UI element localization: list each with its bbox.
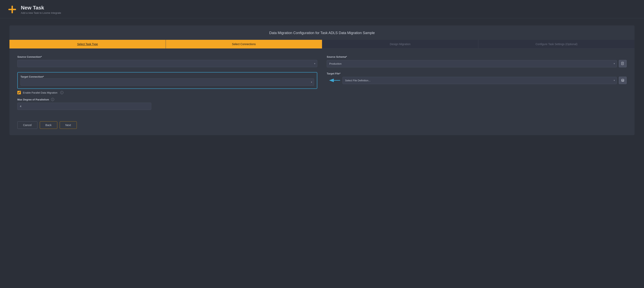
source-schema-select-wrapper: Production ▾ bbox=[327, 60, 617, 67]
enable-parallel-info-icon: i bbox=[60, 91, 64, 94]
step-select-task-type[interactable]: Select Task Type bbox=[10, 40, 166, 48]
enable-parallel-label: Enable Parallel Data Migration bbox=[23, 91, 58, 94]
source-schema-row: Production ▾ bbox=[327, 60, 627, 67]
target-connection-select-wrapper: ▾ bbox=[20, 78, 314, 86]
target-file-db-button[interactable] bbox=[619, 77, 627, 84]
target-file-select-wrapper: Select File Definition... ▾ bbox=[342, 77, 617, 84]
next-button[interactable]: Next bbox=[60, 121, 77, 129]
wizard-title: Data Migration Configuration for Task AD… bbox=[10, 26, 634, 40]
step-configure-settings[interactable]: Configure Task Settings (Optional) bbox=[478, 40, 634, 48]
main-content: Data Migration Configuration for Task AD… bbox=[0, 18, 644, 142]
arrow-container bbox=[327, 77, 340, 84]
cancel-button[interactable]: Cancel bbox=[17, 121, 38, 129]
target-file-label: Target File* bbox=[327, 72, 627, 75]
source-schema-group: Source Schema* Production ▾ bbox=[327, 55, 627, 67]
parallelism-group: Max Degree of Parallelism i 4 bbox=[17, 98, 151, 110]
source-schema-doc-button[interactable] bbox=[619, 60, 627, 67]
wizard-footer: Cancel Back Next bbox=[10, 116, 634, 135]
source-schema-label: Source Schema* bbox=[327, 55, 627, 58]
source-schema-select[interactable]: Production bbox=[327, 60, 617, 67]
target-file-group: Target File* bbox=[327, 72, 627, 89]
svg-point-9 bbox=[622, 79, 624, 80]
source-connection-select[interactable] bbox=[17, 60, 317, 67]
max-degree-label: Max Degree of Parallelism bbox=[17, 98, 49, 101]
step-select-connections[interactable]: Select Connections bbox=[166, 40, 322, 48]
page-subtitle: Add a new Task to Loome Integrate bbox=[21, 12, 61, 14]
source-connection-label: Source Connection* bbox=[17, 55, 317, 58]
target-connection-label: Target Connection* bbox=[20, 75, 44, 78]
enable-parallel-checkbox[interactable] bbox=[17, 91, 21, 94]
form-grid: Source Connection* ▾ Source Schema* bbox=[17, 55, 627, 89]
enable-parallel-row: Enable Parallel Data Migration i bbox=[17, 91, 627, 94]
wizard-body: Source Connection* ▾ Source Schema* bbox=[10, 49, 634, 116]
new-task-icon bbox=[7, 4, 17, 14]
page-header: New Task Add a new Task to Loome Integra… bbox=[0, 0, 644, 18]
document-icon bbox=[621, 62, 624, 66]
page-title: New Task bbox=[21, 5, 61, 11]
target-file-row: Select File Definition... ▾ bbox=[327, 77, 627, 84]
back-button[interactable]: Back bbox=[40, 121, 57, 129]
wizard-steps: Select Task Type Select Connections Desi… bbox=[10, 40, 634, 49]
target-file-select[interactable]: Select File Definition... bbox=[342, 77, 617, 84]
target-connection-group: Target Connection* ▾ bbox=[17, 72, 317, 89]
max-degree-info-icon: i bbox=[51, 98, 54, 101]
wizard-card: Data Migration Configuration for Task AD… bbox=[10, 26, 634, 135]
source-connection-select-wrapper: ▾ bbox=[17, 60, 317, 67]
arrow-left-icon bbox=[329, 77, 340, 84]
header-text: New Task Add a new Task to Loome Integra… bbox=[21, 5, 61, 14]
target-connection-select[interactable] bbox=[20, 78, 314, 86]
database-icon bbox=[621, 78, 624, 82]
max-degree-input[interactable]: 4 bbox=[17, 103, 151, 110]
step-design-migration[interactable]: Design Migration bbox=[322, 40, 478, 48]
source-connection-group: Source Connection* ▾ bbox=[17, 55, 317, 67]
